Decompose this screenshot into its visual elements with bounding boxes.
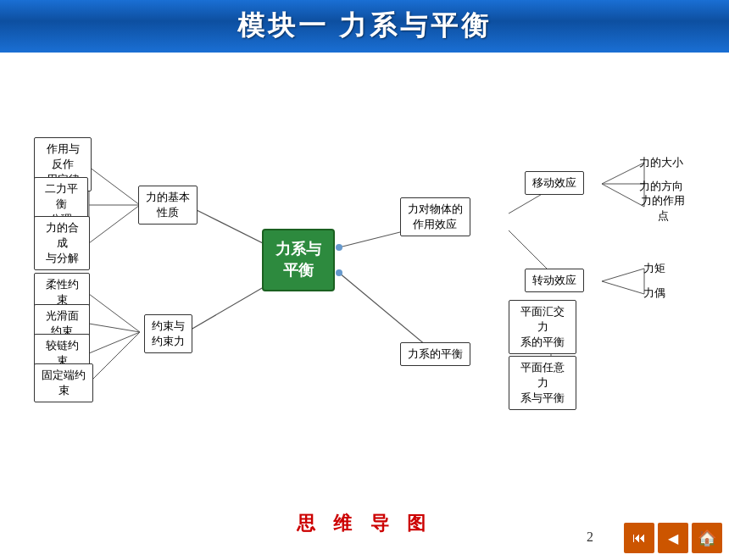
node-li-de-jiben: 力的基本性质	[137, 186, 198, 224]
nav-buttons: ⏮ ◀ 🏠	[624, 523, 722, 553]
node-pingmian-renyi: 平面任意力系与平衡	[509, 366, 576, 400]
node-lide-daxiao: 力的大小	[636, 152, 687, 173]
node-roux-yueshu: 柔性约束	[34, 280, 90, 305]
node-guanghua-yueshu: 光滑面约束	[34, 311, 90, 336]
node-liou: 力偶	[637, 283, 671, 303]
svg-line-1	[89, 167, 140, 205]
svg-point-27	[336, 244, 342, 251]
node-zuoyong-xiaoxiao: 力对物体的作用效应	[397, 195, 473, 239]
node-liju: 力矩	[637, 258, 671, 279]
svg-line-9	[89, 332, 140, 383]
svg-line-6	[89, 294, 140, 332]
content: 力系与平衡 力的基本性质 作用与反作用定律 二力平衡公理 力的合成与分解 约束与…	[0, 53, 729, 560]
svg-point-28	[336, 269, 342, 276]
node-lixide-pingheng: 力系的平衡	[397, 336, 473, 372]
node-yueshuyueli: 约束与约束力	[137, 315, 198, 352]
prev-button[interactable]: ◀	[658, 523, 688, 553]
header-title: 模块一 力系与平衡	[237, 8, 492, 45]
page-number: 2	[587, 530, 593, 545]
node-zhuan-dong-xiaoying: 转动效应	[524, 267, 585, 294]
center-node: 力系与平衡	[261, 230, 336, 290]
first-button[interactable]: ⏮	[624, 523, 654, 553]
node-guding-yueshu: 固定端约束	[34, 370, 93, 396]
bottom-label: 思 维 导 图	[297, 511, 433, 536]
center-label: 力系与平衡	[262, 229, 335, 291]
node-jiaolian-yueshu: 较链约束	[34, 341, 90, 366]
header: 模块一 力系与平衡	[0, 0, 729, 53]
node-pingmian-huijiao: 平面汇交力系的平衡	[509, 310, 576, 344]
svg-line-8	[89, 332, 140, 353]
node-yidong-xiaoying: 移动效应	[524, 169, 585, 197]
mindmap-lines	[0, 53, 729, 560]
node-lide-zuoyongdian: 力的作用点	[636, 198, 690, 219]
svg-line-3	[89, 205, 140, 243]
home-button[interactable]: 🏠	[692, 523, 722, 553]
svg-line-7	[89, 324, 140, 332]
node-hecheng-fenjie: 力的合成与分解	[34, 227, 90, 259]
